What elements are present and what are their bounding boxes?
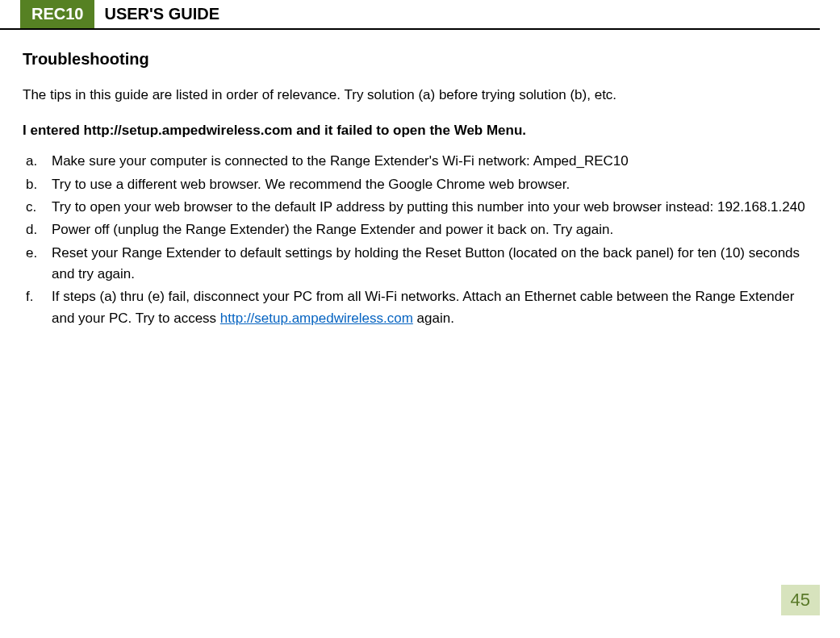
solution-item-e: e. Reset your Range Extender to default … [52, 243, 817, 286]
solution-marker: e. [26, 243, 37, 264]
solution-marker: c. [26, 197, 36, 218]
page-content: Troubleshooting The tips in this guide a… [0, 30, 840, 329]
solution-marker: f. [26, 286, 33, 307]
solution-item-b: b. Try to use a different web browser. W… [52, 174, 817, 195]
header-spacer [0, 0, 20, 28]
page-number: 45 [781, 585, 820, 615]
solution-item-d: d. Power off (unplug the Range Extender)… [52, 219, 817, 240]
solution-text: Try to use a different web browser. We r… [52, 177, 570, 192]
solution-item-a: a. Make sure your computer is connected … [52, 151, 817, 172]
intro-text: The tips in this guide are listed in ord… [23, 86, 817, 104]
header-badge: REC10 [20, 0, 94, 28]
solution-item-f: f. If steps (a) thru (e) fail, disconnec… [52, 286, 817, 329]
solution-text: Try to open your web browser to the defa… [52, 199, 805, 215]
solution-text: Make sure your computer is connected to … [52, 153, 629, 169]
solution-marker: a. [26, 151, 37, 172]
setup-url-link[interactable]: http://setup.ampedwireless.com [220, 311, 413, 326]
issue-heading: I entered http://setup.ampedwireless.com… [23, 122, 817, 140]
solution-marker: d. [26, 219, 37, 240]
section-title: Troubleshooting [23, 50, 817, 69]
solution-text: Reset your Range Extender to default set… [52, 245, 800, 281]
solution-text-post: again. [413, 311, 454, 326]
solutions-list: a. Make sure your computer is connected … [23, 151, 817, 329]
header-title: USER'S GUIDE [94, 0, 229, 28]
solution-item-c: c. Try to open your web browser to the d… [52, 197, 817, 218]
solution-marker: b. [26, 174, 37, 195]
document-header: REC10 USER'S GUIDE [0, 0, 820, 30]
solution-text: Power off (unplug the Range Extender) th… [52, 222, 613, 237]
